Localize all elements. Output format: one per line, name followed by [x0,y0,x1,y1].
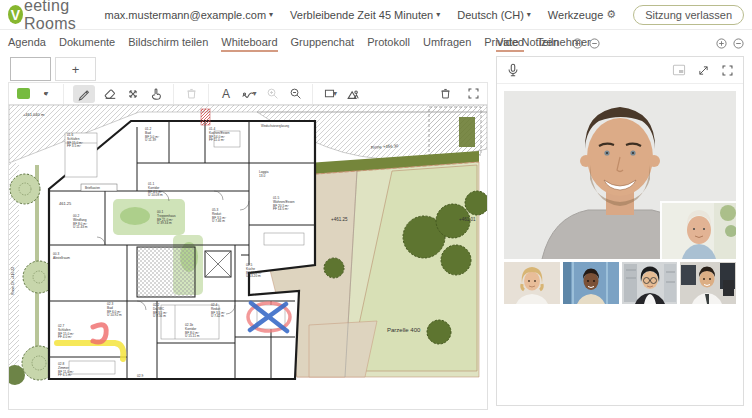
zoom-out-icon [289,87,302,100]
tab-video[interactable]: Video [496,36,524,52]
language-menu[interactable]: Deutsch (CH) ▾ [457,9,531,21]
microphone-button[interactable] [506,63,520,77]
page-thumbnail-1[interactable] [10,57,51,81]
svg-text:Briefkasten: Briefkasten [85,186,100,190]
svg-text:02.9: 02.9 [137,374,143,378]
chevron-down-icon: ▾ [44,89,48,98]
tab-protokoll[interactable]: Protokoll [367,36,410,52]
video-panel [496,56,744,406]
header-menus: max.mustermann@example.com ▾ Verbleibend… [105,5,744,25]
move-tool-button[interactable] [125,85,141,103]
toolbar-right-group [437,85,481,103]
video-toolbar [497,57,743,84]
green-color-swatch-icon [17,88,30,99]
eraser-icon [103,87,117,101]
remaining-time-label: Verbleibende Zeit 45 Minuten [290,9,433,21]
right-panel-tabs: Video Teilnehmer [496,30,744,52]
video-toolbar-right [672,64,734,77]
text-tool-button[interactable]: A [218,85,234,103]
app-header: V eeting Rooms max.mustermann@example.co… [0,0,752,30]
svg-text:Windschutzverglasung: Windschutzverglasung [261,124,290,128]
floor-plan-drawing: +461.040 m Rinne OK +416.23 Rinne +456.3… [9,105,487,409]
remaining-time-menu[interactable]: Verbleibende Zeit 45 Minuten ▾ [290,9,440,21]
caret-down-icon: ▾ [527,10,531,19]
participant-video-3[interactable] [622,262,678,304]
participant-3 [622,262,678,304]
pencil-icon [77,87,91,101]
trash-icon [185,87,198,100]
zoom-in-icon [266,87,279,100]
toolbar-separator [208,84,209,104]
user-menu[interactable]: max.mustermann@example.com ▾ [105,9,274,21]
svg-text:+461.01: +461.01 [459,217,476,222]
pip-participant-video [662,203,736,259]
zoom-in-button [264,85,280,103]
tab-dokumente[interactable]: Dokumente [59,36,115,52]
stroke-width-dropdown[interactable]: • ▾ [38,85,54,103]
right-panel-controls [716,38,744,52]
gear-icon: ⚙ [606,8,616,21]
clear-board-button[interactable] [437,85,453,103]
logo-v-icon: V [8,5,23,24]
participant-video-4[interactable] [680,262,736,304]
video-fullscreen-button[interactable] [721,64,734,77]
insert-image-button[interactable] [345,85,361,103]
building-walls [49,109,315,379]
pointing-hand-icon [149,87,163,101]
tab-gruppenchat[interactable]: Gruppenchat [291,36,355,52]
participant-video-1[interactable] [504,262,560,304]
add-page-button[interactable]: + [55,57,96,81]
fullscreen-button[interactable] [465,85,481,103]
tab-bildschirm-teilen[interactable]: Bildschirm teilen [128,36,208,52]
diagonal-expand-icon [697,64,710,77]
expand-video-button[interactable] [697,64,710,77]
participant-2 [563,262,619,304]
text-tool-icon: A [222,87,230,101]
freehand-line-dropdown[interactable]: ▾ [241,85,257,103]
participant-video-2[interactable] [563,262,619,304]
toolbar-separator [63,84,64,104]
tab-row: Agenda Dokumente Bildschirm teilen White… [0,30,752,56]
circle-minus-icon[interactable] [733,38,744,49]
main-video-feed[interactable] [504,91,736,259]
participant-4 [680,262,736,304]
whiteboard-toolbar: • ▾ A ▾ [8,82,488,104]
whiteboard-canvas[interactable]: +461.040 m Rinne OK +416.23 Rinne +456.3… [8,104,488,410]
circle-plus-icon[interactable] [716,38,727,49]
tab-agenda[interactable]: Agenda [8,36,46,52]
picture-in-picture-icon [672,64,686,76]
left-panel-tabs: Agenda Dokumente Bildschirm teilen White… [8,30,488,52]
svg-text:461.25: 461.25 [59,201,72,206]
shape-dropdown[interactable]: ▾ [322,85,338,103]
app-logo[interactable]: V eeting Rooms [8,0,105,33]
pencil-tool-button[interactable] [73,85,95,103]
microphone-icon [506,63,520,77]
eraser-tool-button[interactable] [102,85,118,103]
svg-text:+461.040 m: +461.040 m [23,112,45,117]
user-menu-label: max.mustermann@example.com [105,9,267,21]
chevron-down-icon: ▾ [252,89,256,98]
whiteboard-pages: + [8,56,488,82]
caret-down-icon: ▾ [436,10,440,19]
tab-umfragen[interactable]: Umfragen [423,36,471,52]
tools-label: Werkzeuge [548,9,603,21]
pointer-hand-tool-button[interactable] [148,85,164,103]
svg-text:Parzelle 400: Parzelle 400 [387,327,421,333]
tab-whiteboard[interactable]: Whiteboard [221,36,277,52]
delete-selection-button [183,85,199,103]
pip-self-video[interactable] [660,201,736,259]
color-swatch[interactable] [15,85,31,103]
participant-thumbnails [504,262,736,304]
zoom-out-button[interactable] [287,85,303,103]
image-mountain-icon [346,87,360,101]
participant-1 [504,262,560,304]
fullscreen-icon [467,87,480,100]
logo-text: eeting Rooms [24,0,105,33]
svg-text:+461.25: +461.25 [331,217,348,222]
tab-teilnehmer[interactable]: Teilnehmer [537,36,591,52]
tools-menu[interactable]: Werkzeuge ⚙ [548,8,616,21]
veeting-rooms-app: V eeting Rooms max.mustermann@example.co… [0,0,752,418]
chevron-down-icon: ▾ [333,89,337,98]
leave-session-button[interactable]: Sitzung verlassen [633,5,744,25]
move-icon [126,87,140,101]
